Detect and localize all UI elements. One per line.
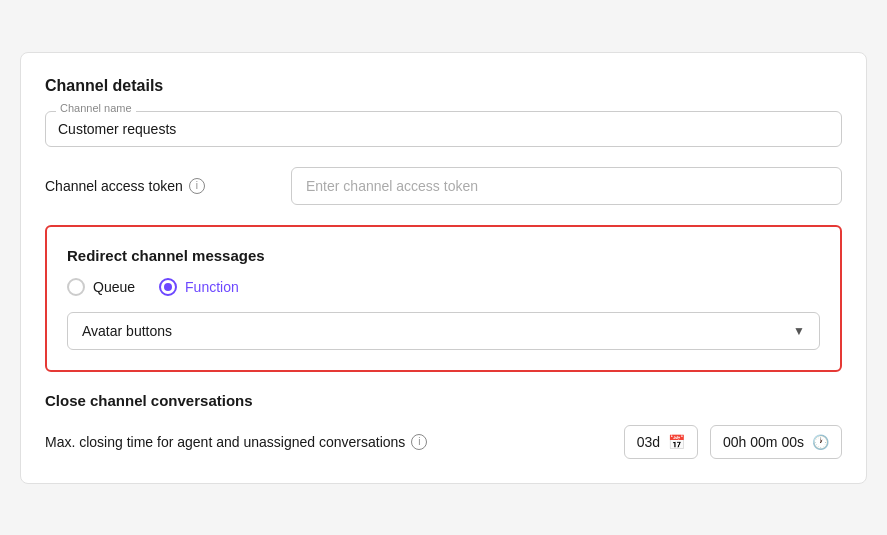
- channel-name-label: Channel name: [56, 102, 136, 114]
- radio-function-inner: [164, 283, 172, 291]
- token-info-icon[interactable]: i: [189, 178, 205, 194]
- radio-function-label: Function: [185, 279, 239, 295]
- token-label-text: Channel access token: [45, 178, 183, 194]
- closing-time-row: Max. closing time for agent and unassign…: [45, 425, 842, 459]
- channel-details-title: Channel details: [45, 77, 842, 95]
- channel-name-field-group: Channel name: [45, 111, 842, 147]
- channel-name-input[interactable]: [58, 121, 829, 137]
- clock-icon: 🕐: [812, 434, 829, 450]
- channel-name-input-wrapper: Channel name: [45, 111, 842, 147]
- function-dropdown-value: Avatar buttons: [82, 323, 172, 339]
- closing-label-text: Max. closing time for agent and unassign…: [45, 434, 405, 450]
- function-dropdown[interactable]: Avatar buttons ▼: [67, 312, 820, 350]
- radio-queue-option[interactable]: Queue: [67, 278, 135, 296]
- close-section-title: Close channel conversations: [45, 392, 842, 409]
- radio-function-option[interactable]: Function: [159, 278, 239, 296]
- redirect-section: Redirect channel messages Queue Function…: [45, 225, 842, 372]
- token-row: Channel access token i: [45, 167, 842, 205]
- calendar-icon: 📅: [668, 434, 685, 450]
- redirect-section-title: Redirect channel messages: [67, 247, 820, 264]
- closing-info-icon[interactable]: i: [411, 434, 427, 450]
- radio-function-outer: [159, 278, 177, 296]
- days-field[interactable]: 03d 📅: [624, 425, 698, 459]
- time-field[interactable]: 00h 00m 00s 🕐: [710, 425, 842, 459]
- closing-label: Max. closing time for agent and unassign…: [45, 434, 612, 450]
- channel-settings-card: Channel details Channel name Channel acc…: [20, 52, 867, 484]
- token-input[interactable]: [291, 167, 842, 205]
- time-value: 00h 00m 00s: [723, 434, 804, 450]
- radio-group: Queue Function: [67, 278, 820, 296]
- days-value: 03d: [637, 434, 660, 450]
- radio-queue-outer: [67, 278, 85, 296]
- chevron-down-icon: ▼: [793, 324, 805, 338]
- token-label: Channel access token i: [45, 178, 275, 194]
- radio-queue-label: Queue: [93, 279, 135, 295]
